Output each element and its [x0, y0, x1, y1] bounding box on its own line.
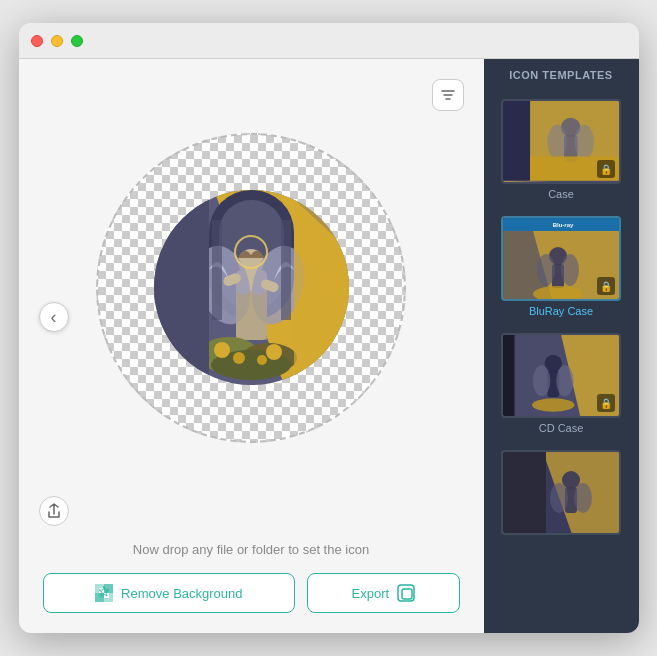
svg-point-62: [532, 398, 575, 412]
remove-background-button[interactable]: Remove Background: [43, 573, 296, 613]
template-thumb-cd: 🔒: [501, 333, 621, 418]
template-item-cd[interactable]: 🔒 CD Case: [484, 325, 639, 442]
bluray-art: Blu-ray: [503, 218, 619, 299]
svg-point-61: [556, 365, 573, 396]
cd-art: 🔒: [503, 335, 619, 416]
drop-hint: Now drop any file or folder to set the i…: [39, 542, 464, 557]
svg-point-41: [575, 125, 594, 160]
close-button[interactable]: [31, 35, 43, 47]
template-thumb-bluray: Blu-ray: [501, 216, 621, 301]
svg-rect-65: [503, 452, 546, 535]
export-icon: [397, 584, 415, 602]
more-art-svg: [503, 452, 621, 535]
title-bar: [19, 23, 639, 59]
template-thumb-more: [501, 450, 621, 535]
export-button[interactable]: Export: [307, 573, 459, 613]
svg-point-51: [537, 254, 555, 286]
icon-preview-area: [39, 89, 464, 486]
cd-lock-icon: 🔒: [597, 394, 615, 412]
svg-point-17: [214, 342, 230, 358]
svg-point-19: [266, 344, 282, 360]
filter-button[interactable]: [432, 79, 464, 111]
svg-point-69: [574, 483, 592, 513]
svg-point-66: [562, 471, 580, 489]
template-thumb-case: 🔒: [501, 99, 621, 184]
case-template-label: Case: [548, 188, 574, 200]
svg-point-68: [550, 483, 568, 513]
remove-background-label: Remove Background: [121, 586, 242, 601]
share-icon: [47, 503, 61, 519]
svg-rect-24: [294, 190, 349, 385]
share-button[interactable]: [39, 496, 69, 526]
bluray-lock-icon: 🔒: [597, 277, 615, 295]
svg-rect-23: [154, 190, 209, 385]
template-item-bluray[interactable]: Blu-ray: [484, 208, 639, 325]
template-item-case[interactable]: 🔒 Case: [484, 91, 639, 208]
svg-point-60: [533, 365, 550, 396]
sidebar-title: ICON TEMPLATES: [484, 59, 639, 91]
case-lock-icon: 🔒: [597, 160, 615, 178]
back-button[interactable]: ‹: [39, 302, 69, 332]
cd-template-label: CD Case: [539, 422, 584, 434]
case-art: 🔒: [503, 101, 619, 182]
more-art: [503, 452, 619, 533]
svg-rect-37: [503, 99, 530, 181]
back-arrow-icon: ‹: [51, 308, 57, 326]
app-window: ‹: [19, 23, 639, 633]
svg-text:Blu-ray: Blu-ray: [553, 222, 574, 228]
svg-rect-22: [281, 220, 291, 320]
bottom-actions: Remove Background Export: [39, 573, 464, 613]
filter-icon: [440, 87, 456, 103]
maximize-button[interactable]: [71, 35, 83, 47]
svg-point-40: [547, 125, 566, 160]
icon-artwork: [154, 190, 349, 385]
sidebar: ICON TEMPLATES: [484, 59, 639, 633]
export-label: Export: [352, 586, 390, 601]
svg-point-52: [561, 254, 579, 286]
svg-rect-21: [212, 220, 222, 320]
minimize-button[interactable]: [51, 35, 63, 47]
window-body: ‹: [19, 59, 639, 633]
main-area: ‹: [19, 59, 484, 633]
svg-rect-55: [503, 334, 515, 416]
svg-point-20: [257, 355, 267, 365]
svg-rect-34: [402, 589, 412, 599]
icon-circle-canvas: [96, 133, 406, 443]
template-item-more[interactable]: [484, 442, 639, 543]
svg-point-18: [233, 352, 245, 364]
bluray-template-label: BluRay Case: [529, 305, 593, 317]
remove-background-icon: [95, 584, 113, 602]
